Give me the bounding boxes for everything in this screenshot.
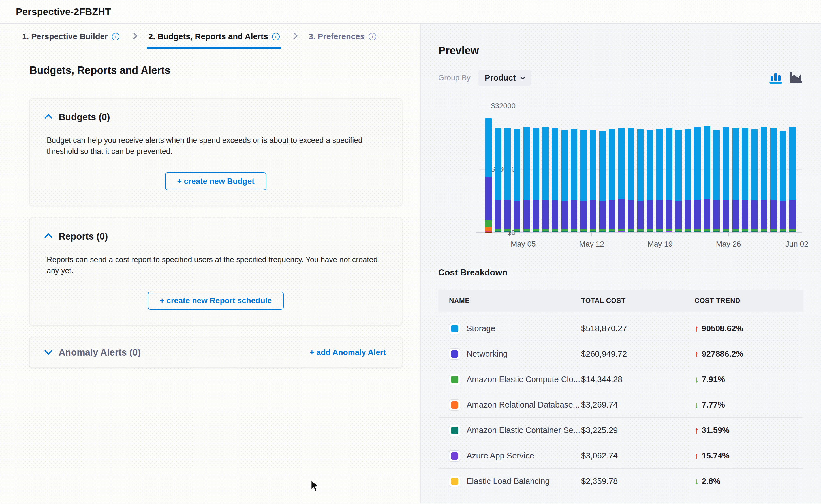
chart-bar-may-05[interactable] bbox=[523, 127, 530, 232]
bar-segment bbox=[742, 200, 748, 229]
bar-segment bbox=[599, 201, 606, 229]
info-icon[interactable]: i bbox=[112, 33, 119, 40]
bar-segment bbox=[561, 130, 568, 201]
chart-bar-may-13[interactable] bbox=[599, 131, 606, 232]
bar-segment bbox=[656, 129, 663, 200]
bar-segment bbox=[523, 127, 530, 200]
bar-slot bbox=[750, 106, 759, 232]
bar-segment bbox=[732, 200, 739, 229]
chart-bar-may-19[interactable] bbox=[656, 129, 663, 232]
chart-bar-may-20[interactable] bbox=[666, 128, 672, 232]
bar-slot bbox=[788, 106, 798, 232]
collapse-chevron-icon[interactable] bbox=[44, 114, 52, 122]
bar-segment bbox=[666, 128, 672, 199]
bar-slot bbox=[712, 106, 721, 232]
chart-bar-may-17[interactable] bbox=[637, 129, 644, 232]
row-product-name: Elastic Load Balancing bbox=[467, 477, 549, 486]
chart-bar-may-03[interactable] bbox=[504, 128, 511, 232]
bar-chart-icon[interactable] bbox=[770, 71, 783, 85]
chart-bar-may-26[interactable] bbox=[723, 127, 729, 232]
chart-bar-may-31[interactable] bbox=[770, 128, 777, 232]
chart-bar-may-25[interactable] bbox=[714, 130, 720, 232]
create-budget-button[interactable]: + create new Budget bbox=[165, 172, 266, 190]
expand-chevron-icon[interactable] bbox=[44, 347, 52, 355]
chart-bar-may-18[interactable] bbox=[647, 130, 654, 232]
chart-bar-may-16[interactable] bbox=[628, 128, 635, 232]
chart-bar-may-09[interactable] bbox=[561, 130, 568, 232]
cost-preview-chart: $32000 $16000 $0 May 05May 12May 19May 2… bbox=[438, 100, 803, 249]
info-icon[interactable]: i bbox=[272, 33, 280, 40]
row-total-cost: $2,359.78 bbox=[581, 477, 695, 486]
bar-segment bbox=[580, 201, 587, 229]
bar-segment bbox=[542, 127, 549, 200]
bar-slot bbox=[778, 106, 788, 232]
bar-segment bbox=[789, 200, 796, 229]
chart-bar-may-28[interactable] bbox=[742, 128, 748, 232]
trend-value: 31.59% bbox=[702, 426, 730, 435]
bar-segment bbox=[628, 128, 635, 200]
bar-segment bbox=[761, 229, 767, 231]
bar-segment bbox=[628, 200, 635, 229]
table-row[interactable]: Azure App Service $3,062.74 ↑ 15.74% bbox=[438, 443, 803, 468]
chart-bar-may-21[interactable] bbox=[675, 130, 682, 232]
chart-bar-may-04[interactable] bbox=[514, 129, 520, 232]
bar-segment bbox=[714, 130, 720, 200]
chart-bar-may-08[interactable] bbox=[552, 128, 558, 232]
chart-bar-may-23[interactable] bbox=[694, 127, 701, 232]
bar-slot bbox=[702, 106, 712, 232]
legend-chip bbox=[449, 374, 460, 385]
tab-perspective-builder[interactable]: 1. Perspective Builder i bbox=[22, 24, 119, 49]
row-product-name: Amazon Elastic Compute Clo... bbox=[467, 375, 580, 384]
group-by-label: Group By bbox=[438, 74, 470, 82]
chart-bar-may-11[interactable] bbox=[580, 130, 587, 232]
tab-budgets-reports-alerts[interactable]: 2. Budgets, Reports and Alerts i bbox=[148, 24, 280, 49]
trend-down-arrow-icon: ↓ bbox=[695, 476, 699, 486]
bar-segment bbox=[714, 200, 720, 229]
bar-segment bbox=[561, 201, 568, 229]
chart-bar-may-02[interactable] bbox=[495, 128, 501, 232]
collapse-chevron-icon[interactable] bbox=[44, 233, 52, 241]
table-row[interactable]: Amazon Elastic Compute Clo... $14,344.28… bbox=[438, 367, 803, 392]
chart-bar-may-22[interactable] bbox=[685, 129, 691, 232]
chart-bar-may-06[interactable] bbox=[533, 128, 539, 232]
chart-bar-jun-02[interactable] bbox=[789, 127, 796, 232]
chart-bar-may-10[interactable] bbox=[571, 129, 577, 232]
add-anomaly-alert-link[interactable]: + add Anomaly Alert bbox=[310, 348, 386, 357]
chart-bar-may-24[interactable] bbox=[704, 126, 710, 232]
chart-bar-may-30[interactable] bbox=[761, 127, 767, 232]
app-header: Perspective-2FBZHT bbox=[0, 0, 821, 24]
tab-preferences[interactable]: 3. Preferences i bbox=[309, 24, 376, 49]
bar-slot bbox=[560, 106, 569, 232]
bar-segment bbox=[789, 229, 796, 231]
table-row[interactable]: Amazon Relational Database... $3,269.74 … bbox=[438, 392, 803, 417]
info-icon[interactable]: i bbox=[369, 33, 376, 40]
table-row[interactable]: Networking $260,949.72 ↑ 927886.2% bbox=[438, 341, 803, 367]
table-row[interactable]: Amazon Elastic Container Se... $3,225.29… bbox=[438, 417, 803, 443]
chart-bar-may-01[interactable] bbox=[485, 118, 492, 232]
legend-chip bbox=[449, 399, 460, 411]
create-report-button[interactable]: + create new Report schedule bbox=[148, 292, 284, 310]
bar-segment bbox=[485, 227, 492, 231]
bar-segment bbox=[780, 201, 786, 229]
chart-plot-area: $32000 $16000 $0 May 05May 12May 19May 2… bbox=[479, 106, 802, 232]
group-by-dropdown[interactable]: Product bbox=[478, 70, 531, 86]
stacked-bars bbox=[484, 106, 797, 232]
chart-bar-may-14[interactable] bbox=[609, 129, 615, 232]
table-row[interactable]: Elastic Load Balancing $2,359.78 ↓ 2.8% bbox=[438, 468, 803, 494]
area-chart-icon[interactable] bbox=[790, 71, 803, 85]
row-product-name: Storage bbox=[467, 324, 495, 333]
bar-slot bbox=[693, 106, 702, 232]
chart-bar-may-07[interactable] bbox=[542, 127, 549, 232]
chart-bar-jun-01[interactable] bbox=[780, 131, 786, 232]
chart-bar-may-27[interactable] bbox=[732, 128, 739, 232]
chart-bar-may-15[interactable] bbox=[618, 128, 625, 232]
chart-bar-may-29[interactable] bbox=[751, 129, 758, 232]
table-row[interactable]: Storage $518,870.27 ↑ 90508.62% bbox=[438, 316, 803, 341]
bar-segment bbox=[656, 200, 663, 229]
trend-value: 90508.62% bbox=[702, 324, 743, 333]
bar-segment bbox=[533, 200, 539, 229]
x-axis-tick bbox=[797, 232, 797, 236]
bar-segment bbox=[751, 200, 758, 229]
chart-bar-may-12[interactable] bbox=[590, 130, 596, 232]
legend-chip bbox=[449, 425, 460, 436]
